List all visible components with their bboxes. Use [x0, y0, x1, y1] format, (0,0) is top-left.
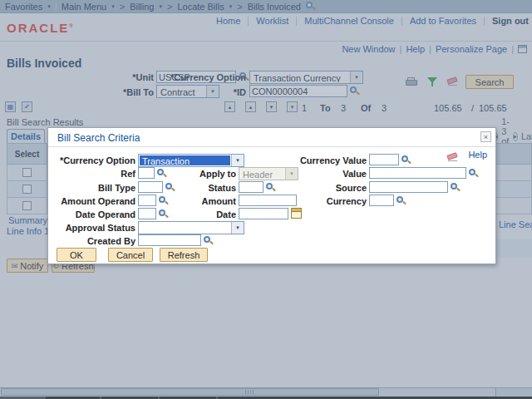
currency-value-input[interactable]	[369, 154, 399, 165]
date-label: Date	[148, 209, 236, 219]
cancel-button[interactable]: Cancel	[108, 248, 153, 262]
currency-input[interactable]	[369, 195, 394, 206]
amount-operand-label: Amount Operand	[48, 196, 135, 206]
currency-option-label: *Currency Option	[48, 155, 135, 165]
created-by-input[interactable]	[138, 234, 201, 246]
status-lookup-icon[interactable]	[266, 182, 277, 193]
chevron-down-icon: ▼	[231, 222, 244, 234]
chevron-down-icon: ▼	[231, 155, 244, 166]
close-icon[interactable]: ×	[480, 131, 491, 142]
clear-eraser-icon[interactable]	[446, 153, 459, 162]
currency-value-label: Currency Value	[278, 155, 367, 165]
currency-label: Currency	[278, 196, 367, 206]
source-input[interactable]	[369, 181, 448, 193]
date-input[interactable]	[239, 208, 288, 219]
currency-value-lookup-icon[interactable]	[401, 155, 412, 165]
value-lookup-icon[interactable]	[469, 168, 480, 179]
value-input[interactable]	[369, 167, 466, 179]
bill-type-label: Bill Type	[48, 183, 135, 193]
currency-option-select[interactable]: Transaction Currency ▼	[138, 154, 244, 167]
created-by-lookup-icon[interactable]	[204, 235, 214, 246]
refresh-dialog-button[interactable]: Refresh	[160, 248, 208, 262]
calendar-icon[interactable]	[291, 208, 302, 219]
dialog-help-link[interactable]: Help	[468, 150, 487, 160]
status-input[interactable]	[239, 181, 264, 193]
status-label: Status	[148, 183, 236, 193]
approval-status-label: Approval Status	[48, 223, 135, 233]
ok-button[interactable]: OK	[57, 248, 96, 262]
amount-label: Amount	[148, 196, 236, 206]
source-label: Source	[278, 183, 367, 193]
currency-lookup-icon[interactable]	[397, 195, 407, 206]
date-operand-label: Date Operand	[48, 209, 135, 219]
dialog-title: Bill Search Criteria	[57, 132, 140, 144]
bill-search-criteria-dialog: Bill Search Criteria × Help *Currency Op…	[47, 127, 496, 264]
source-lookup-icon[interactable]	[451, 182, 461, 193]
created-by-label: Created By	[48, 236, 135, 246]
value-label: Value	[278, 169, 367, 179]
divider	[48, 146, 495, 147]
ref-label: Ref	[48, 169, 135, 179]
screen: Favorites ▾ Main Menu ▾ > Billing ▾ > Lo…	[0, 0, 532, 399]
approval-status-select[interactable]: ▼	[138, 221, 244, 234]
apply-to-label: Apply to	[148, 169, 236, 179]
